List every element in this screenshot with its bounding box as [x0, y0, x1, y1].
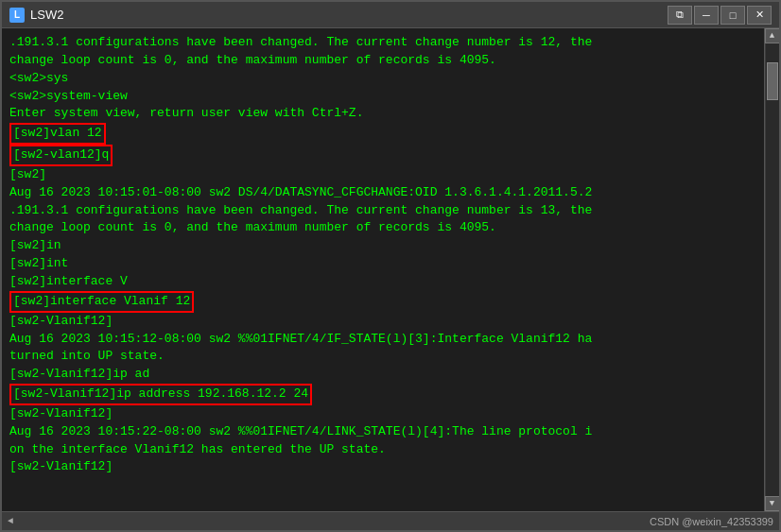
scroll-track[interactable]	[766, 43, 779, 496]
terminal-line: [sw2-Vlanif12]	[9, 313, 756, 331]
highlighted-command: [sw2-vlan12]q	[9, 145, 113, 166]
terminal-line: Aug 16 2023 10:15:22-08:00 sw2 %%01IFNET…	[9, 423, 756, 441]
highlighted-command: [sw2]vlan 12	[9, 123, 106, 145]
terminal-line: [sw2]interface Vlanif 12	[9, 291, 756, 313]
terminal-line: [sw2]vlan 12	[9, 123, 756, 145]
terminal-line: [sw2]	[9, 166, 756, 184]
terminal-line: [sw2-Vlanif12]ip address 192.168.12.2 24	[9, 384, 756, 405]
scroll-up-button[interactable]: ▲	[765, 28, 780, 43]
terminal-line: [sw2]interface V	[9, 273, 756, 291]
scroll-thumb[interactable]	[767, 62, 778, 100]
scroll-down-button[interactable]: ▼	[765, 496, 780, 511]
bottombar: ◄ CSDN @weixin_42353399	[2, 511, 779, 530]
terminal-line: [sw2-vlan12]q	[9, 145, 756, 166]
window-controls: ⧉ ─ □ ✕	[668, 6, 772, 25]
terminal-line: [sw2]in	[9, 237, 756, 255]
terminal-line: [sw2-Vlanif12]	[9, 405, 756, 423]
terminal-line: Aug 16 2023 10:15:01-08:00 sw2 DS/4/DATA…	[9, 184, 756, 202]
content-area: .191.3.1 configurations have been change…	[2, 28, 779, 511]
terminal-line: turned into UP state.	[9, 348, 756, 366]
titlebar: L LSW2 ⧉ ─ □ ✕	[2, 2, 779, 28]
watermark-text: CSDN @weixin_42353399	[650, 516, 773, 527]
highlighted-command: [sw2-Vlanif12]ip address 192.168.12.2 24	[9, 384, 312, 405]
terminal-line: on the interface Vlanif12 has entered th…	[9, 441, 756, 459]
restore-button[interactable]: ⧉	[668, 6, 692, 25]
terminal-line: Aug 16 2023 10:15:12-08:00 sw2 %%01IFNET…	[9, 331, 756, 349]
window-title: LSW2	[30, 8, 668, 22]
window-icon: L	[9, 8, 25, 23]
close-button[interactable]: ✕	[747, 6, 772, 25]
terminal-line: [sw2-Vlanif12]	[9, 458, 756, 476]
terminal-line: .191.3.1 configurations have been change…	[9, 34, 756, 52]
terminal-output[interactable]: .191.3.1 configurations have been change…	[2, 28, 764, 511]
terminal-line: [sw2]int	[9, 255, 756, 273]
terminal-line: <sw2>system-view	[9, 88, 756, 106]
main-window: L LSW2 ⧉ ─ □ ✕ .191.3.1 configurations h…	[0, 0, 781, 532]
minimize-button[interactable]: ─	[694, 6, 719, 25]
terminal-line: <sw2>sys	[9, 70, 756, 88]
scrollbar[interactable]: ▲ ▼	[764, 28, 779, 511]
terminal-line: [sw2-Vlanif12]ip ad	[9, 366, 756, 384]
terminal-line: .191.3.1 configurations have been change…	[9, 202, 756, 220]
terminal-line: Enter system view, return user view with…	[9, 105, 756, 123]
terminal-line: change loop count is 0, and the maximum …	[9, 219, 756, 237]
maximize-button[interactable]: □	[720, 6, 745, 25]
terminal-line: change loop count is 0, and the maximum …	[9, 52, 756, 70]
highlighted-command: [sw2]interface Vlanif 12	[9, 291, 194, 313]
scroll-left-icon[interactable]: ◄	[8, 516, 13, 526]
